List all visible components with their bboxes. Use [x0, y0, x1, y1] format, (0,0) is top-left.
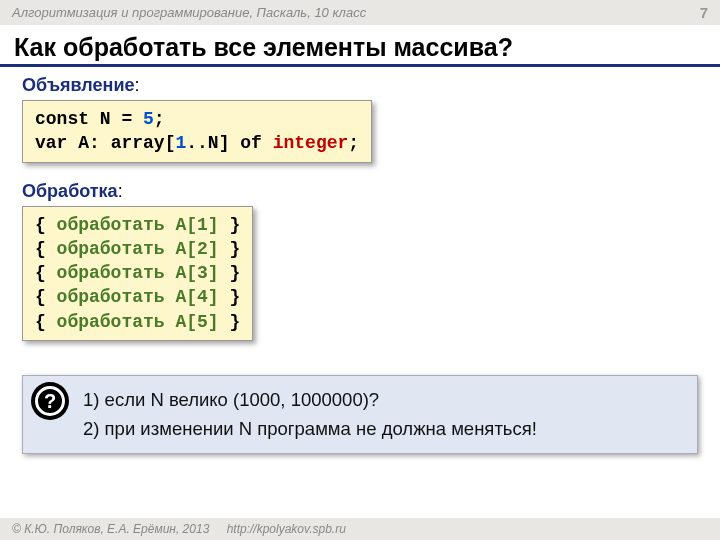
- slide-content: Объявление: const N = 5; var A: array[1.…: [0, 75, 720, 454]
- proc-line-4: { обработать A[4] }: [35, 285, 240, 309]
- declaration-code: const N = 5; var A: array[1..N] of integ…: [22, 100, 372, 163]
- slide-footer: © К.Ю. Поляков, Е.А. Ерёмин, 2013 http:/…: [0, 518, 720, 540]
- slide-title: Как обработать все элементы массива?: [0, 25, 720, 67]
- question-2: 2) при изменении N программа не должна м…: [83, 415, 683, 444]
- processing-label: Обработка:: [22, 181, 698, 202]
- code-line-1: const N = 5;: [35, 107, 359, 131]
- page-number: 7: [700, 4, 708, 21]
- question-icon: ?: [31, 382, 69, 420]
- copyright: © К.Ю. Поляков, Е.А. Ерёмин, 2013: [12, 522, 209, 536]
- proc-line-2: { обработать A[2] }: [35, 237, 240, 261]
- footer-url: http://kpolyakov.spb.ru: [227, 522, 346, 536]
- proc-line-1: { обработать A[1] }: [35, 213, 240, 237]
- slide-header: Алгоритмизация и программирование, Паска…: [0, 0, 720, 25]
- proc-line-3: { обработать A[3] }: [35, 261, 240, 285]
- question-1: 1) если N велико (1000, 1000000)?: [83, 386, 683, 415]
- question-box: ? 1) если N велико (1000, 1000000)? 2) п…: [22, 375, 698, 454]
- proc-line-5: { обработать A[5] }: [35, 310, 240, 334]
- processing-code: { обработать A[1] } { обработать A[2] } …: [22, 206, 253, 341]
- declaration-label: Объявление:: [22, 75, 698, 96]
- course-text: Алгоритмизация и программирование, Паска…: [12, 5, 366, 20]
- code-line-2: var A: array[1..N] of integer;: [35, 131, 359, 155]
